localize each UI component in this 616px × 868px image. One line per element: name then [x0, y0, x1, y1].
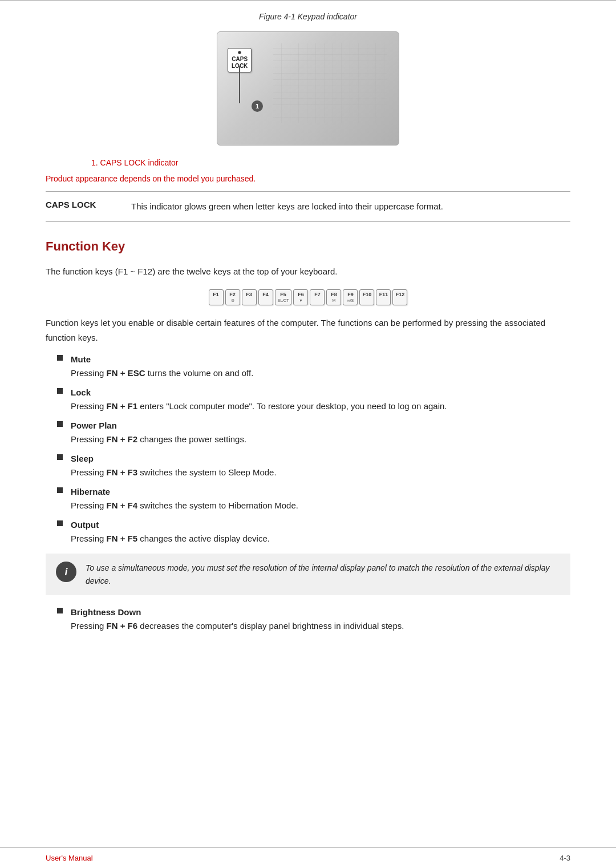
fkey-f12: F12	[392, 289, 407, 306]
info-note-box: i To use a simultaneous mode, you must s…	[46, 554, 570, 595]
mute-content: Mute Pressing FN + ESC turns the volume …	[71, 353, 253, 380]
list-item-hibernate: Hibernate Pressing FN + F4 switches the …	[57, 485, 570, 512]
brightness-down-content: Brightness Down Pressing FN + F6 decreas…	[71, 605, 404, 633]
power-plan-content: Power Plan Pressing FN + F2 changes the …	[71, 419, 246, 446]
function-keys-row: F1 F2⚙ F3 F4 F5SL/CT F6▼ F7 F8M F9∞/S F1…	[46, 289, 570, 306]
caps-lock-section: CAPS LOCK This indicator glows green whe…	[46, 191, 570, 222]
function-key-list-2: Brightness Down Pressing FN + F6 decreas…	[57, 605, 570, 633]
fkey-f3: F3	[242, 289, 257, 306]
brightness-down-title: Brightness Down	[71, 605, 404, 619]
footer-page-number: 4-3	[560, 854, 570, 862]
list-item-sleep: Sleep Pressing FN + F3 switches the syst…	[57, 452, 570, 479]
mute-desc: Pressing FN + ESC turns the volume on an…	[71, 366, 253, 380]
bullet-square-hibernate	[57, 487, 63, 493]
callout-line	[239, 66, 240, 103]
hibernate-title: Hibernate	[71, 485, 298, 499]
caps-lock-indicator-dot	[238, 51, 241, 54]
function-keys-description: Function keys let you enable or disable …	[46, 316, 570, 345]
fkey-f11: F11	[376, 289, 391, 306]
bullet-square-lock	[57, 388, 63, 394]
output-desc: Pressing FN + F5 changes the active disp…	[71, 532, 270, 546]
footer-manual-label: User's Manual	[46, 854, 93, 862]
page-footer: User's Manual 4-3	[0, 847, 616, 868]
lock-title: Lock	[71, 386, 447, 399]
sleep-title: Sleep	[71, 452, 277, 466]
list-item-power-plan: Power Plan Pressing FN + F2 changes the …	[57, 419, 570, 446]
power-plan-title: Power Plan	[71, 419, 246, 433]
fkey-f7: F7	[310, 289, 325, 306]
info-note-text: To use a simultaneous mode, you must set…	[86, 562, 560, 587]
bullet-square-output	[57, 520, 63, 526]
mute-title: Mute	[71, 353, 253, 366]
hibernate-desc: Pressing FN + F4 switches the system to …	[71, 499, 298, 512]
fkey-f4: F4	[258, 289, 273, 306]
output-title: Output	[71, 518, 270, 532]
list-item-brightness-down: Brightness Down Pressing FN + F6 decreas…	[57, 605, 570, 633]
bullet-square-brightness-down	[57, 608, 63, 613]
list-item-lock: Lock Pressing FN + F1 enters "Lock compu…	[57, 386, 570, 413]
page-content: Figure 4-1 Keypad indicator CAPSLOCK 1 1…	[0, 1, 616, 675]
output-content: Output Pressing FN + F5 changes the acti…	[71, 518, 270, 546]
fkey-f9: F9∞/S	[343, 289, 358, 306]
fkey-f8: F8M	[326, 289, 341, 306]
bullet-square-power-plan	[57, 421, 63, 427]
lock-content: Lock Pressing FN + F1 enters "Lock compu…	[71, 386, 447, 413]
caption-list-item: 1. CAPS LOCK indicator	[91, 158, 570, 167]
appearance-note: Product appearance depends on the model …	[46, 174, 570, 183]
function-key-list: Mute Pressing FN + ESC turns the volume …	[57, 353, 570, 546]
bullet-square-sleep	[57, 454, 63, 460]
bullet-square-mute	[57, 355, 63, 361]
caps-lock-description: This indicator glows green when letter k…	[131, 200, 443, 213]
hibernate-content: Hibernate Pressing FN + F4 switches the …	[71, 485, 298, 512]
list-item-output: Output Pressing FN + F5 changes the acti…	[57, 518, 570, 546]
function-key-title: Function Key	[46, 239, 570, 254]
figure-caption: Figure 4-1 Keypad indicator	[46, 12, 570, 21]
keyboard-image: CAPSLOCK 1	[217, 31, 399, 146]
fkey-f10: F10	[359, 289, 374, 306]
sleep-content: Sleep Pressing FN + F3 switches the syst…	[71, 452, 277, 479]
lock-desc: Pressing FN + F1 enters "Lock computer m…	[71, 399, 447, 413]
function-key-intro: The function keys (F1 ~ F12) are the twe…	[46, 264, 570, 279]
fkey-f5: F5SL/CT	[275, 289, 292, 306]
fkey-f6: F6▼	[293, 289, 308, 306]
list-item-mute: Mute Pressing FN + ESC turns the volume …	[57, 353, 570, 380]
callout-number: 1	[252, 100, 263, 112]
keyboard-image-container: CAPSLOCK 1	[46, 31, 570, 146]
power-plan-desc: Pressing FN + F2 changes the power setti…	[71, 433, 246, 446]
brightness-down-desc: Pressing FN + F6 decreases the computer'…	[71, 619, 404, 633]
info-icon: i	[56, 562, 76, 582]
fkey-f1: F1	[209, 289, 224, 306]
sleep-desc: Pressing FN + F3 switches the system to …	[71, 466, 277, 479]
caps-lock-key-name: CAPS LOCK	[46, 200, 114, 213]
fkey-f2: F2⚙	[225, 289, 240, 306]
